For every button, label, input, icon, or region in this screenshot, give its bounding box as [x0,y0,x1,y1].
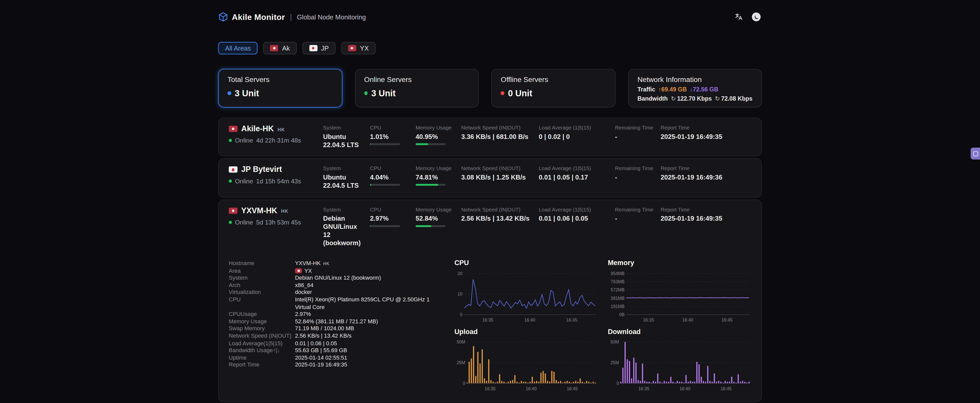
uptime-text: 1d 15h 54m 43s [256,178,301,185]
widget-icon [973,151,978,156]
translate-icon [735,13,743,21]
bandwidth-line: Bandwidth ↻ 122.70 Kbps ↻ 72.08 Kbps [638,95,752,102]
jp-flag-icon [309,45,318,51]
page: Akile Monitor | Global Node Monitoring [0,0,980,403]
svg-text:954MB: 954MB [611,271,624,276]
detail-row-virtualization: Virtualizationdocker [229,289,444,296]
svg-text:191MB: 191MB [611,304,624,309]
server-identity: Akile-HK HK Online 4d 22h 31m 48s [229,124,323,144]
svg-text:16:40: 16:40 [682,317,693,323]
svg-text:16:45: 16:45 [566,317,577,323]
col-network: Network Speed (IN|OUT) 3.36 KB/s | 681.0… [461,124,539,141]
server-row-yxvm-hk[interactable]: YXVM-HK HK Online 5d 13h 53m 45s System … [218,199,762,402]
detail-row-load-average: Load Average(1|5|15)0.01 | 0.06 | 0.05 [229,340,444,347]
server-identity: YXVM-HK HK Online 5d 13h 53m 45s [229,206,323,226]
hk-flag-icon [270,45,278,51]
status-text: Online [235,178,253,185]
upload-chart: Upload 025M50M16:3516:4016:45 [454,328,598,392]
svg-text:0: 0 [616,381,619,386]
detail-row-cpuusage: CPUUsage2.97% [229,311,444,318]
filter-all-areas[interactable]: All Areas [218,42,258,54]
detail-row-arch: Archx86_64 [229,282,444,289]
online-dot-icon [229,180,232,183]
filter-jp[interactable]: JP [302,42,336,54]
col-load: Load Average (1|5|15) 0.01 | 0.06 | 0.05 [539,206,615,223]
memory-progress-bar [416,225,446,227]
col-remaining: Remaining Time - [615,206,661,223]
col-memory: Memory Usage 74.81% [416,165,461,186]
bandwidth-out: ↻ 72.08 Kbps [715,95,752,102]
floating-widget-button[interactable] [970,148,980,159]
traffic-line: Traffic ↑69.49 GB ↓72.56 GB [638,86,752,93]
header: Akile Monitor | Global Node Monitoring [218,0,762,22]
svg-text:25M: 25M [457,360,465,365]
detail-row-report-time: Report Time2025-01-19 16:49:35 [229,362,444,369]
server-name: Akile-HK [241,124,274,133]
server-list: Akile-HK HK Online 4d 22h 31m 48s System… [218,118,762,402]
col-network: Network Speed (IN|OUT) 3.08 KB/s | 1.25 … [461,165,539,182]
col-remaining: Remaining Time - [615,124,661,141]
region-tag: HK [281,209,288,214]
refresh-icon: ↻ [715,95,720,102]
app-subtitle: Global Node Monitoring [297,13,366,21]
detail-charts: CPU 0102016:3516:4016:45 Memory 0B191MB3… [454,258,751,392]
col-report: Report Time 2025-01-19 16:49:36 [661,165,751,182]
server-row-akile-hk[interactable]: Akile-HK HK Online 4d 22h 31m 48s System… [218,118,762,156]
online-dot-icon [229,139,232,142]
col-report: Report Time 2025-01-19 16:49:35 [661,124,751,141]
traffic-down-value: ↓72.56 GB [690,86,718,93]
memory-progress-bar [416,184,446,186]
stat-card-network: Network Information Traffic ↑69.49 GB ↓7… [628,69,762,108]
cpu-chart: CPU 0102016:3516:4016:45 [454,259,598,323]
svg-text:16:45: 16:45 [567,386,578,391]
svg-text:0: 0 [460,312,463,317]
server-identity: JP Bytevirt Online 1d 15h 54m 43s [229,165,323,185]
memory-progress-bar [416,143,446,145]
uptime-text: 5d 13h 53m 45s [256,218,301,226]
memory-chart: Memory 0B191MB381MB572MB763MB954MB16:351… [608,259,751,323]
uptime-text: 4d 22h 31m 48s [256,137,301,144]
stat-value: 3 Unit [371,88,396,98]
col-remaining: Remaining Time - [615,165,661,182]
detail-row-network-speed: Network Speed (IN|OUT)2.56 KB/s | 13.42 … [229,333,444,340]
region-tag: HK [323,260,329,268]
detail-kv-list: Hostname YXVM-HKHK Area YX SystemDebian … [229,258,444,392]
svg-text:25M: 25M [610,360,619,365]
svg-text:763MB: 763MB [611,279,624,284]
online-dot-icon [229,220,232,223]
detail-row-area: Area YX [229,268,444,274]
cpu-progress-bar [370,143,400,145]
hk-flag-icon [348,45,356,51]
cpu-progress-bar [370,184,400,186]
green-dot-icon [364,91,368,95]
detail-row-hostname: Hostname YXVM-HKHK [229,260,444,268]
col-system: System Debian GNU/Linux 12 (bookworm) [323,206,370,247]
area-filters: All Areas Ak JP YX [218,42,762,54]
svg-text:50M: 50M [457,339,465,344]
download-chart: Download 025M50M16:3516:4016:45 [608,328,751,392]
svg-text:0B: 0B [619,312,624,317]
app-title: Akile Monitor [232,12,285,22]
filter-yx[interactable]: YX [341,42,375,54]
server-row-jp-bytevirt[interactable]: JP Bytevirt Online 1d 15h 54m 43s System… [218,158,762,197]
svg-text:381MB: 381MB [611,295,624,301]
col-cpu: CPU 4.04% [370,165,416,186]
hk-flag-icon [295,269,302,274]
cpu-progress-bar [370,225,400,227]
akile-logo-icon [218,12,228,22]
col-memory: Memory Usage 52.84% [416,206,461,227]
svg-text:16:40: 16:40 [679,386,690,391]
language-toggle-button[interactable] [733,11,745,22]
svg-text:0: 0 [463,381,465,386]
svg-text:50M: 50M [610,339,619,344]
filter-ak[interactable]: Ak [263,42,297,54]
svg-text:16:35: 16:35 [643,317,654,323]
stat-cards: Total Servers 3 Unit Online Servers 3 Un… [218,69,762,108]
hk-flag-icon [229,207,237,213]
svg-text:16:45: 16:45 [720,386,731,391]
stat-label: Network Information [638,76,752,83]
theme-toggle-button[interactable] [751,11,762,22]
stat-label: Total Servers [228,76,333,83]
svg-text:16:40: 16:40 [526,386,537,391]
blue-dot-icon [228,91,231,95]
